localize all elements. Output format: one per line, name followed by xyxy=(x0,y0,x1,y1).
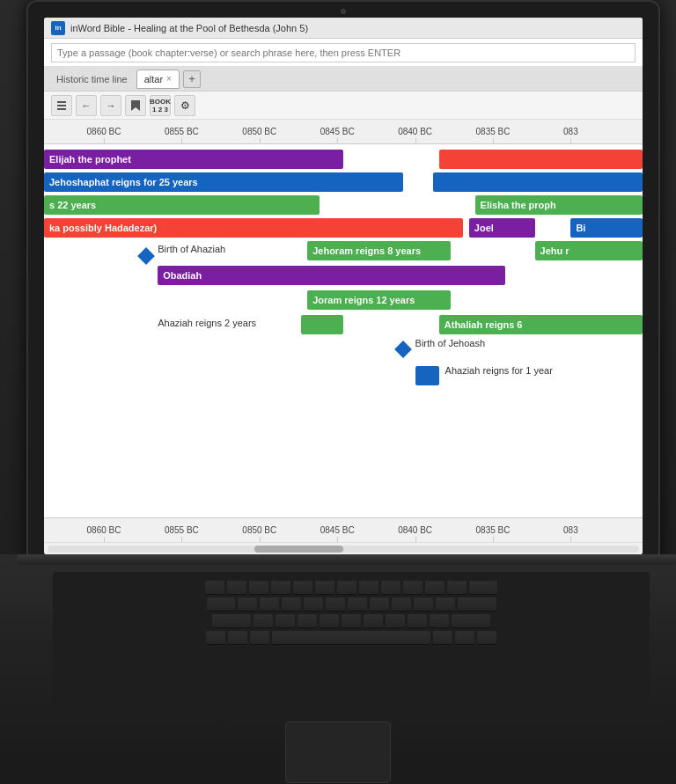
key[interactable] xyxy=(477,631,496,645)
top-date-ruler: 0860 BC 0855 BC 0850 BC 0845 BC 0840 BC … xyxy=(44,120,643,144)
key[interactable] xyxy=(282,597,301,612)
key[interactable] xyxy=(276,614,295,628)
ahaziah-birth-label: Birth of Ahaziah xyxy=(158,244,225,254)
back-button[interactable]: ← xyxy=(76,95,97,116)
svg-rect-0 xyxy=(57,101,66,103)
settings-button[interactable]: ⚙ xyxy=(174,95,195,116)
key[interactable] xyxy=(228,631,247,645)
jehoash-birth-label: Birth of Jehoash xyxy=(415,338,486,348)
laptop-shell: in inWord Bible - Healing at the Pool of… xyxy=(0,0,676,784)
key[interactable] xyxy=(447,581,467,595)
forward-button[interactable]: → xyxy=(100,95,121,116)
tab-close-button[interactable]: × xyxy=(166,74,172,84)
screen-bezel: in inWord Bible - Healing at the Pool of… xyxy=(26,0,660,563)
book-numbers-button[interactable]: BOOK 1 2 3 xyxy=(150,95,171,116)
ahaziah-birth-diamond xyxy=(140,250,152,262)
key[interactable] xyxy=(238,597,257,612)
years22-bar[interactable]: s 22 years xyxy=(44,195,320,215)
key[interactable] xyxy=(260,597,279,612)
key[interactable] xyxy=(469,581,497,595)
key[interactable] xyxy=(392,597,411,612)
spacebar-key[interactable] xyxy=(272,631,430,645)
key[interactable] xyxy=(206,631,225,645)
laptop-hinge xyxy=(18,554,676,565)
date-label-0840-bot: 0840 BC xyxy=(398,525,432,535)
events-area: Elijah the prophet Jehoshaphat reigns fo… xyxy=(44,144,643,517)
altar-tab[interactable]: altar × xyxy=(136,70,180,89)
date-label-0845-top: 0845 BC xyxy=(320,127,355,136)
key[interactable] xyxy=(348,597,367,612)
date-label-0835-top: 0835 BC xyxy=(476,127,511,136)
elisha-bar[interactable]: Elisha the proph xyxy=(475,195,643,215)
joel-bar[interactable]: Joel xyxy=(469,218,535,238)
scrollbar-thumb[interactable] xyxy=(254,546,343,553)
bookmark-icon xyxy=(130,99,141,112)
jehoshaphat-bar[interactable]: Jehoshaphat reigns for 25 years xyxy=(44,172,403,192)
bookmark-button[interactable] xyxy=(125,95,146,116)
scrollbar-track xyxy=(48,546,639,553)
bi-bar[interactable]: Bi xyxy=(570,218,643,238)
key[interactable] xyxy=(359,581,378,595)
toolbar: ← → BOOK 1 2 3 ⚙ xyxy=(44,92,643,120)
key[interactable] xyxy=(337,581,356,595)
key[interactable] xyxy=(271,581,290,595)
timeline-wrapper: 0860 BC 0855 BC 0850 BC 0845 BC 0840 BC … xyxy=(44,120,643,554)
key[interactable] xyxy=(408,614,427,628)
key[interactable] xyxy=(293,581,312,595)
jehoash-birth-diamond xyxy=(397,343,409,355)
key[interactable] xyxy=(452,614,490,628)
key[interactable] xyxy=(205,581,224,595)
key[interactable] xyxy=(458,597,496,612)
key[interactable] xyxy=(315,581,334,595)
joram-bar[interactable]: Joram reigns 12 years xyxy=(307,290,451,310)
key[interactable] xyxy=(455,631,474,645)
ahaziah-reigns-bar[interactable] xyxy=(301,315,343,334)
key[interactable] xyxy=(403,581,422,595)
historic-timeline-label: Historic time line xyxy=(51,72,133,86)
date-label-0830-bot: 083 xyxy=(563,525,578,535)
ahaziah-1yr-bar[interactable] xyxy=(415,366,439,385)
date-label-0845-bot: 0845 BC xyxy=(320,525,355,535)
key[interactable] xyxy=(386,614,405,628)
key[interactable] xyxy=(320,614,339,628)
key[interactable] xyxy=(381,581,400,595)
jehu-bar[interactable]: Jehu r xyxy=(535,241,643,260)
key[interactable] xyxy=(207,597,235,612)
keyboard-area xyxy=(53,572,650,713)
key[interactable] xyxy=(250,631,269,645)
key[interactable] xyxy=(254,614,273,628)
elijah-bar[interactable]: Elijah the prophet xyxy=(44,150,343,169)
laptop-screen: in inWord Bible - Healing at the Pool of… xyxy=(44,18,643,554)
key[interactable] xyxy=(436,597,455,612)
date-label-0855-top: 0855 BC xyxy=(165,127,199,136)
svg-rect-2 xyxy=(57,108,66,110)
athaliah-bar[interactable]: Athaliah reigns 6 xyxy=(439,315,643,334)
key[interactable] xyxy=(425,581,445,595)
key[interactable] xyxy=(227,581,246,595)
touchpad[interactable] xyxy=(285,722,391,783)
obadiah-bar[interactable]: Obadiah xyxy=(158,266,504,285)
key[interactable] xyxy=(298,614,317,628)
key[interactable] xyxy=(414,597,433,612)
key[interactable] xyxy=(364,614,383,628)
horizontal-scrollbar[interactable] xyxy=(44,542,643,554)
key[interactable] xyxy=(370,597,389,612)
key[interactable] xyxy=(430,614,449,628)
hadadezar-bar[interactable]: ka possibly Hadadezar) xyxy=(44,218,463,238)
key[interactable] xyxy=(433,631,452,645)
key[interactable] xyxy=(304,597,323,612)
add-tab-button[interactable]: + xyxy=(183,70,201,88)
svg-rect-1 xyxy=(57,105,66,106)
key[interactable] xyxy=(249,581,268,595)
ahaziah-reigns-label: Ahaziah reigns 2 years xyxy=(158,318,256,328)
search-input[interactable] xyxy=(51,43,636,62)
key[interactable] xyxy=(326,597,345,612)
date-label-0850-bot: 0850 BC xyxy=(242,525,276,535)
key[interactable] xyxy=(342,614,361,628)
list-icon-button[interactable] xyxy=(51,95,72,116)
jehoram-bar[interactable]: Jehoram reigns 8 years xyxy=(307,241,451,260)
key[interactable] xyxy=(212,614,251,628)
app-logo: in xyxy=(51,21,65,35)
date-label-0860-bot: 0860 BC xyxy=(87,525,121,535)
date-label-0840-top: 0840 BC xyxy=(398,127,432,136)
